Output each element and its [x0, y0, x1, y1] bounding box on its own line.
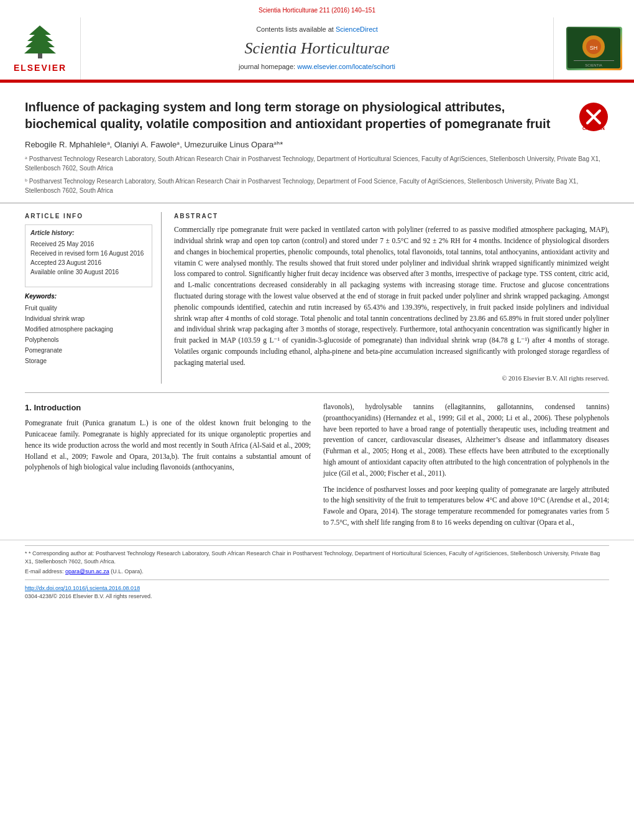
elsevier-label: ELSEVIER	[14, 62, 67, 75]
abstract-label: ABSTRACT	[174, 212, 609, 221]
received-revised-date: Received in revised form 16 August 2016	[30, 249, 147, 258]
authors-line: Rebogile R. Mphahleleᵃ, Olaniyi A. Fawol…	[25, 139, 609, 151]
received-date: Received 25 May 2016	[30, 239, 147, 249]
keyword-storage: Storage	[25, 356, 152, 366]
body-col-right: flavonols), hydrolysable tannins (ellagi…	[323, 402, 609, 533]
article-history-box: Article history: Received 25 May 2016 Re…	[25, 224, 152, 287]
intro-paragraph-2: flavonols), hydrolysable tannins (ellagi…	[323, 402, 609, 479]
abstract-copyright: © 2016 Elsevier B.V. All rights reserved…	[174, 374, 609, 384]
body-col-left: 1. Introduction Pomegranate fruit (Punic…	[25, 402, 311, 533]
keyword-pomegranate: Pomegranate	[25, 345, 152, 356]
title-crossmark-row: Influence of packaging system and long t…	[25, 99, 609, 132]
keyword-individual-shrink: Individual shrink wrap	[25, 313, 152, 324]
article-info-label: ARTICLE INFO	[25, 212, 152, 221]
keywords-label: Keywords:	[25, 292, 152, 301]
intro-paragraph-1: Pomegranate fruit (Punica granatum L.) i…	[25, 418, 311, 473]
svg-text:SH: SH	[590, 45, 598, 51]
email-name: (U.L. Opara).	[111, 568, 144, 575]
keywords-section: Keywords: Fruit quality Individual shrin…	[25, 292, 152, 366]
email-label: E-mail address:	[25, 568, 64, 575]
journal-header: Scientia Horticulturae 211 (2016) 140–15…	[0, 0, 634, 83]
doi-line: http://dx.doi.org/10.1016/j.scienta.2016…	[25, 584, 609, 593]
right-col-abstract: ABSTRACT Commercially ripe pomegranate f…	[162, 212, 609, 384]
svg-text:CrossMark: CrossMark	[582, 126, 605, 131]
email-footnote: E-mail address: opara@sun.ac.za (U.L. Op…	[25, 568, 609, 576]
journal-header-top: ELSEVIER Contents lists available at Sci…	[0, 17, 634, 80]
crossmark-badge[interactable]: CrossMark	[578, 101, 609, 132]
elsevier-tree-svg	[17, 22, 63, 60]
svg-rect-9	[574, 60, 614, 61]
accepted-date: Accepted 23 August 2016	[30, 258, 147, 267]
sciencedirect-anchor[interactable]: ScienceDirect	[336, 25, 378, 33]
history-label: Article history:	[30, 229, 147, 238]
article-section: Influence of packaging system and long t…	[0, 83, 634, 196]
svg-text:SCIENTIA: SCIENTIA	[585, 63, 602, 67]
email-link[interactable]: opara@sun.ac.za	[65, 568, 109, 575]
sciencedirect-link: Contents lists available at ScienceDirec…	[256, 25, 378, 34]
elsevier-tree	[17, 22, 63, 60]
footnote-area: * * Corresponding author at: Postharvest…	[25, 550, 609, 566]
intro-paragraph-3: The incidence of postharvest losses and …	[323, 484, 609, 528]
journal-homepage: journal homepage: www.elsevier.com/locat…	[239, 62, 395, 72]
intro-heading: 1. Introduction	[25, 402, 311, 414]
journal-name-header: Scientia Horticulturae	[244, 37, 389, 60]
journal-center: Contents lists available at ScienceDirec…	[81, 17, 553, 80]
section-divider	[25, 392, 609, 393]
issn-line: 0304-4238/© 2016 Elsevier B.V. All right…	[25, 593, 609, 601]
doi-link[interactable]: http://dx.doi.org/10.1016/j.scienta.2016…	[25, 585, 140, 591]
footer-divider	[25, 545, 609, 546]
left-col-article-info: ARTICLE INFO Article history: Received 2…	[25, 212, 162, 384]
journal-logo-img: SH SCIENTIA	[566, 27, 622, 70]
article-title: Influence of packaging system and long t…	[25, 99, 566, 132]
journal-logo-area: SH SCIENTIA	[553, 17, 634, 80]
keyword-map: Modified atmosphere packaging	[25, 324, 152, 335]
journal-citation: Scientia Horticulturae 211 (2016) 140–15…	[0, 5, 634, 17]
abstract-text: Commercially ripe pomegranate fruit were…	[174, 224, 609, 384]
keyword-fruit-quality: Fruit quality	[25, 303, 152, 313]
doi-issn-area: http://dx.doi.org/10.1016/j.scienta.2016…	[25, 579, 609, 600]
article-history: Article history: Received 25 May 2016 Re…	[30, 229, 147, 277]
elsevier-logo-area: ELSEVIER	[0, 17, 81, 80]
article-info-abstract-row: ARTICLE INFO Article history: Received 2…	[0, 203, 634, 384]
crossmark-svg: CrossMark	[578, 101, 609, 132]
journal-homepage-link[interactable]: www.elsevier.com/locate/scihorti	[297, 63, 395, 70]
body-section: 1. Introduction Pomegranate fruit (Punic…	[0, 402, 634, 533]
corresponding-author-text: * Corresponding author at: Postharvest T…	[25, 550, 600, 565]
red-bar	[0, 80, 634, 81]
affiliation-b: ᵇ Postharvest Technology Research Labora…	[25, 177, 609, 195]
page-footer: * * Corresponding author at: Postharvest…	[0, 540, 634, 604]
journal-logo-svg: SH SCIENTIA	[567, 28, 620, 68]
keyword-polyphenols: Polyphenols	[25, 335, 152, 345]
affiliation-a: ᵃ Postharvest Technology Research Labora…	[25, 154, 609, 173]
available-online-date: Available online 30 August 2016	[30, 267, 147, 277]
